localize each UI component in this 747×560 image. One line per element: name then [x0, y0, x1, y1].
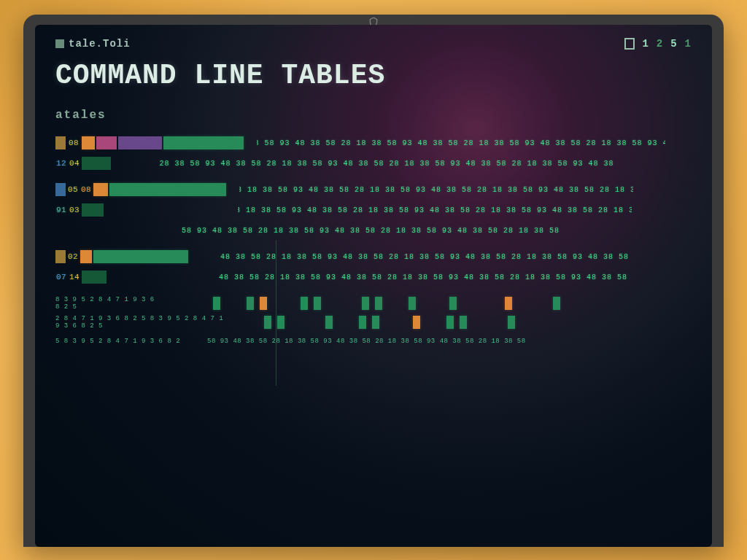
data-row: 38 58 28 18 38 58 93 48 38 58 28 18 38 5… [239, 183, 633, 196]
activity-block [446, 316, 454, 329]
activity-block [314, 297, 321, 310]
cell-block [80, 250, 92, 263]
activity-block [260, 297, 267, 310]
table-row: 08 08 83 28 58 93 48 38 58 28 18 38 58 9… [55, 135, 692, 151]
activity-block [508, 316, 515, 329]
cell-block [96, 136, 117, 149]
status-indicator-4: 1 [685, 38, 692, 50]
table-row: 91 03 38 58 28 18 38 58 93 48 38 58 28 1… [55, 202, 692, 218]
activity-block [247, 297, 254, 310]
cell-label: 14 [69, 271, 80, 284]
data-row: 93 48 38 58 28 18 38 58 93 48 38 58 28 1… [220, 250, 629, 263]
activity-block [359, 316, 366, 329]
cell-label: 04 [69, 157, 80, 170]
cell-block [93, 183, 108, 196]
cell-label: 05 [67, 183, 79, 196]
activity-block [553, 297, 560, 310]
activity-block [301, 297, 308, 310]
activity-block [413, 316, 420, 329]
cell-label: 07 [55, 271, 67, 284]
laptop-frame: tale.Toli 1 2 5 1 COMMAND LINE TABLES at… [23, 15, 724, 547]
page-title: COMMAND LINE TABLES [55, 60, 692, 91]
terminal-screen[interactable]: tale.Toli 1 2 5 1 COMMAND LINE TABLES at… [35, 25, 712, 547]
cell-label: 12 [55, 157, 67, 170]
status-hostname: tale.Toli [69, 38, 131, 50]
activity-block [277, 316, 285, 329]
data-row: 08 83 28 58 93 48 38 58 28 18 38 58 93 4… [257, 136, 665, 149]
table-group-2: 05 08 38 58 28 18 38 58 93 48 38 58 28 1… [55, 182, 692, 238]
activity-block [460, 316, 467, 329]
data-row: 93 48 38 58 28 18 38 58 93 48 38 58 28 1… [219, 271, 627, 284]
table-group-1: 08 08 83 28 58 93 48 38 58 28 18 38 58 9… [55, 135, 692, 171]
status-prefix-icon [55, 39, 64, 48]
activity-block [449, 297, 457, 310]
sparse-row: 2 8 4 7 1 9 3 6 8 2 5 8 3 9 5 2 8 4 7 1 … [55, 314, 692, 330]
cell-label: 08 [80, 183, 92, 196]
mini-data: 2 8 4 7 1 9 3 6 8 2 5 8 3 9 5 2 8 4 7 1 … [55, 315, 231, 330]
cell-block [55, 250, 66, 263]
table-row: 58 93 48 38 58 28 18 38 58 93 48 38 58 2… [55, 222, 692, 238]
status-left: tale.Toli [55, 38, 131, 50]
table-row: 12 04 28 38 58 93 48 38 58 28 18 38 58 9… [55, 155, 692, 171]
cell-label: 02 [67, 250, 79, 263]
status-bar: tale.Toli 1 2 5 1 [55, 38, 692, 50]
mini-data: 58 93 48 38 58 28 18 38 58 93 48 38 58 2… [207, 338, 572, 345]
table-row: 05 08 38 58 28 18 38 58 93 48 38 58 28 1… [55, 182, 692, 198]
vertical-separator [276, 240, 276, 386]
activity-block [372, 316, 379, 329]
progress-bar-segment [163, 136, 244, 149]
table-group-3: 02 93 48 38 58 28 18 38 58 93 48 38 58 2… [55, 249, 692, 285]
activity-block [325, 316, 333, 329]
cell-block [82, 157, 111, 170]
cell-label: 91 [55, 203, 67, 217]
activity-block [213, 297, 220, 310]
subtitle: atales [55, 109, 692, 122]
cell-block [82, 136, 95, 149]
table-row: 07 14 93 48 38 58 28 18 38 58 93 48 38 5… [55, 269, 692, 285]
sparse-row: 8 3 9 5 2 8 4 7 1 9 3 6 8 2 5 [55, 295, 692, 311]
sparse-group: 8 3 9 5 2 8 4 7 1 9 3 6 8 2 5 [55, 295, 692, 349]
sparse-row: 5 8 3 9 5 2 8 4 7 1 9 3 6 8 2 58 93 48 3… [55, 333, 692, 349]
cell-label: 03 [69, 203, 80, 217]
status-indicator-2: 2 [657, 38, 663, 50]
activity-block [375, 297, 382, 310]
status-right: 1 2 5 1 [624, 38, 692, 50]
progress-bar-segment [109, 183, 226, 196]
cell-label: 08 [67, 136, 80, 149]
status-indicator-3: 5 [670, 38, 677, 50]
mini-data: 8 3 9 5 2 8 4 7 1 9 3 6 8 2 5 [55, 296, 158, 311]
activity-block [505, 297, 512, 310]
cell-block [55, 183, 66, 196]
cell-block [82, 203, 104, 217]
progress-bar-segment [118, 136, 162, 149]
status-box-icon [624, 38, 635, 50]
status-indicator-1: 1 [642, 38, 649, 50]
table-row: 02 93 48 38 58 28 18 38 58 93 48 38 58 2… [55, 249, 692, 265]
data-row: 28 38 58 93 48 38 58 28 18 38 58 93 48 3… [124, 157, 649, 170]
progress-bar-segment [93, 250, 188, 263]
mini-data: 5 8 3 9 5 2 8 4 7 1 9 3 6 8 2 [55, 338, 201, 345]
data-row: 58 93 48 38 58 28 18 38 58 93 48 38 58 2… [101, 224, 640, 237]
cell-block [82, 271, 107, 284]
cell-block [55, 136, 66, 149]
activity-block [409, 297, 416, 310]
activity-block [264, 316, 271, 329]
data-row: 38 58 28 18 38 58 93 48 38 58 28 18 38 5… [238, 203, 632, 217]
activity-block [362, 297, 369, 310]
